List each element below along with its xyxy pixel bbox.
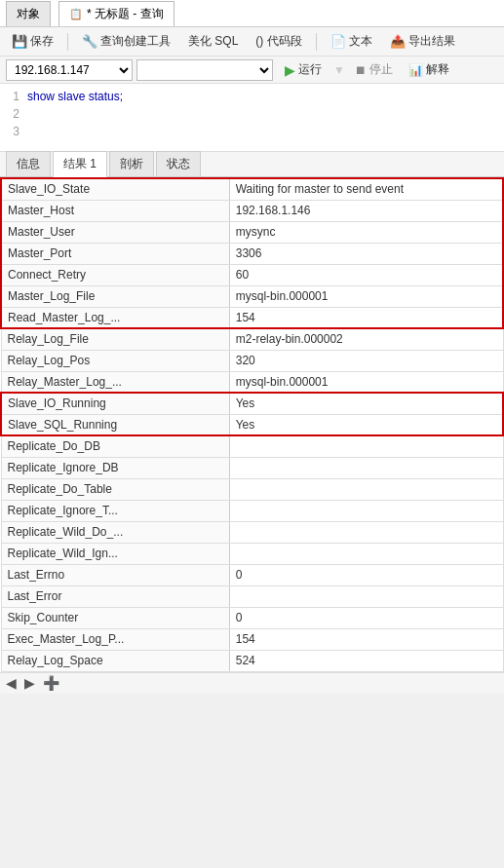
export-button[interactable]: 📤 导出结果	[384, 31, 461, 52]
save-icon: 💾	[12, 34, 27, 49]
editor-line-3: 3	[0, 123, 504, 140]
query-icon: 📋	[69, 8, 83, 20]
sql-editor[interactable]: 1 show slave status; 2 3	[0, 84, 504, 152]
field-name: Relay_Log_Space	[1, 650, 229, 671]
tab-objects[interactable]: 对象	[6, 1, 51, 26]
table-row: Master_Host192.168.1.146	[1, 200, 503, 221]
table-row: Relay_Log_Space524	[1, 650, 503, 671]
run-button[interactable]: ▶ 运行	[277, 59, 330, 80]
field-value	[229, 543, 503, 564]
text-button[interactable]: 📄 文本	[325, 31, 378, 52]
tab-objects-label: 对象	[17, 6, 40, 22]
line-number-1: 1	[0, 88, 27, 105]
field-name: Exec_Master_Log_P...	[1, 628, 229, 650]
editor-line-2: 2	[0, 105, 504, 123]
builder-label: 查询创建工具	[100, 33, 171, 50]
field-value: 0	[229, 564, 503, 585]
field-name: Slave_IO_Running	[1, 393, 229, 414]
table-row: Master_Log_Filemysql-bin.000001	[1, 285, 503, 307]
export-icon: 📤	[390, 34, 406, 49]
field-name: Connect_Retry	[1, 264, 229, 285]
field-name: Last_Errno	[1, 564, 229, 585]
field-value: 192.168.1.146	[229, 200, 503, 221]
connection-bar: 192.168.1.147 ▶ 运行 ▼ ⏹ 停止 📊 解释	[0, 57, 504, 84]
table-row: Replicate_Do_Table	[1, 478, 503, 500]
nav-right-icon[interactable]: ▶	[24, 675, 35, 691]
field-name: Replicate_Do_Table	[1, 478, 229, 500]
beautify-button[interactable]: 美化 SQL	[182, 31, 244, 52]
sep2	[316, 33, 317, 51]
field-name: Master_Port	[1, 243, 229, 264]
table-row: Relay_Log_Filem2-relay-bin.000002	[1, 328, 503, 350]
table-row: Slave_IO_RunningYes	[1, 393, 503, 414]
explain-icon: 📊	[408, 63, 423, 77]
stop-label: 停止	[369, 61, 393, 78]
text-label: 文本	[349, 33, 372, 50]
tab-status-label: 状态	[167, 157, 190, 170]
field-value: Waiting for master to send event	[229, 178, 503, 200]
table-row: Replicate_Wild_Ign...	[1, 543, 503, 564]
field-value	[229, 585, 503, 607]
table-row: Last_Errno0	[1, 564, 503, 585]
field-value: mysync	[229, 221, 503, 243]
stop-button[interactable]: ⏹ 停止	[349, 59, 399, 80]
table-row: Read_Master_Log_...154	[1, 307, 503, 328]
tab-status[interactable]: 状态	[156, 151, 201, 176]
field-name: Read_Master_Log_...	[1, 307, 229, 328]
tab-result1[interactable]: 结果 1	[53, 151, 107, 177]
table-row: Master_Usermysync	[1, 221, 503, 243]
table-row: Relay_Master_Log_...mysql-bin.000001	[1, 371, 503, 393]
field-value: 320	[229, 350, 503, 371]
db-select[interactable]	[136, 59, 273, 81]
table-row: Replicate_Ignore_DB	[1, 457, 503, 478]
field-value: 154	[229, 628, 503, 650]
add-icon[interactable]: ➕	[43, 675, 59, 691]
editor-line-1: 1 show slave status;	[0, 88, 504, 105]
field-name: Relay_Log_File	[1, 328, 229, 350]
line-number-2: 2	[0, 105, 27, 123]
result-table: Slave_IO_StateWaiting for master to send…	[0, 177, 504, 672]
field-name: Skip_Counter	[1, 607, 229, 628]
field-name: Slave_IO_State	[1, 178, 229, 200]
code-snippet-button[interactable]: () 代码段	[250, 31, 307, 52]
field-name: Replicate_Do_DB	[1, 435, 229, 457]
table-row: Connect_Retry60	[1, 264, 503, 285]
field-name: Replicate_Wild_Do_...	[1, 521, 229, 543]
field-value	[229, 521, 503, 543]
run-label: 运行	[298, 61, 322, 78]
beautify-label: 美化 SQL	[188, 33, 238, 50]
save-button[interactable]: 💾 保存	[6, 31, 59, 52]
field-value: 0	[229, 607, 503, 628]
table-row: Skip_Counter0	[1, 607, 503, 628]
btn-sep: ▼	[333, 63, 345, 77]
field-name: Master_Log_File	[1, 285, 229, 307]
field-value	[229, 457, 503, 478]
field-value	[229, 435, 503, 457]
field-name: Last_Error	[1, 585, 229, 607]
query-builder-button[interactable]: 🔧 查询创建工具	[76, 31, 176, 52]
snippet-label: () 代码段	[255, 33, 301, 50]
explain-button[interactable]: 📊 解释	[403, 59, 455, 80]
sep1	[67, 33, 68, 51]
tab-query[interactable]: 📋 * 无标题 - 查询	[58, 1, 174, 26]
field-name: Replicate_Ignore_T...	[1, 500, 229, 521]
host-select[interactable]: 192.168.1.147	[6, 59, 133, 81]
nav-left-icon[interactable]: ◀	[6, 675, 17, 691]
explain-label: 解释	[426, 61, 449, 78]
builder-icon: 🔧	[82, 34, 97, 49]
line-number-3: 3	[0, 123, 27, 140]
table-row: Replicate_Wild_Do_...	[1, 521, 503, 543]
field-name: Relay_Master_Log_...	[1, 371, 229, 393]
table-row: Replicate_Ignore_T...	[1, 500, 503, 521]
field-value: 3306	[229, 243, 503, 264]
tab-info[interactable]: 信息	[6, 151, 51, 176]
tab-profile[interactable]: 剖析	[109, 151, 154, 176]
tab-result1-label: 结果 1	[63, 157, 97, 170]
result-tabs: 信息 结果 1 剖析 状态	[0, 152, 504, 177]
save-label: 保存	[30, 33, 54, 50]
tab-profile-label: 剖析	[120, 157, 143, 170]
table-row: Replicate_Do_DB	[1, 435, 503, 457]
field-value: mysql-bin.000001	[229, 285, 503, 307]
field-value: Yes	[229, 414, 503, 435]
tab-info-label: 信息	[17, 157, 40, 170]
